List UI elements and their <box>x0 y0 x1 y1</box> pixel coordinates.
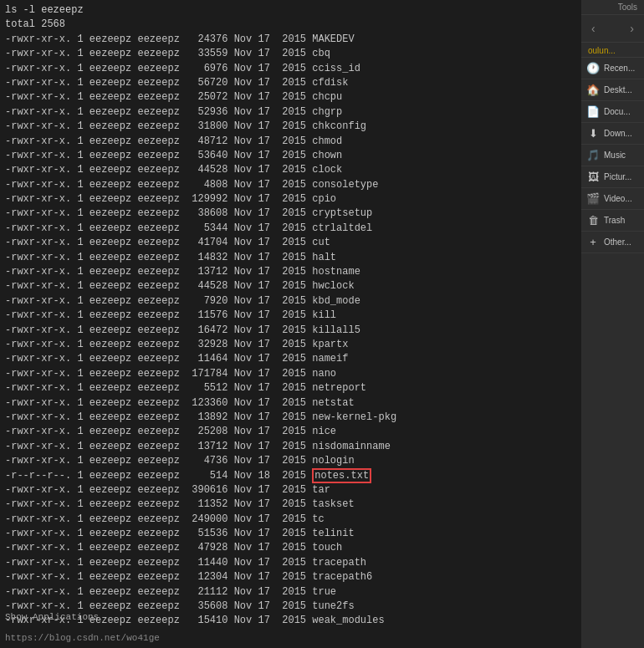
sidebar-item-label: Music <box>604 151 626 160</box>
nav-forward-button[interactable]: › <box>626 20 637 37</box>
sidebar-item-icon: 🖼 <box>586 171 600 183</box>
sidebar-item-5[interactable]: 🖼Pictur... <box>581 166 644 188</box>
sidebar-item-0[interactable]: 🕐Recen... <box>581 58 644 79</box>
sidebar-item-8[interactable]: +Other... <box>581 232 644 253</box>
terminal-panel: ls -l eezeepz total 2568 -rwxr-xr-x. 1 e… <box>0 0 581 648</box>
sidebar-item-7[interactable]: 🗑Trash <box>581 210 644 232</box>
sidebar-item-3[interactable]: ⬇Down... <box>581 123 644 145</box>
sidebar-item-label: Recen... <box>604 64 635 73</box>
sidebar-item-1[interactable]: 🏠Deskt... <box>581 79 644 101</box>
terminal-content: ls -l eezeepz total 2568 -rwxr-xr-x. 1 e… <box>5 3 576 629</box>
sidebar-item-icon: ⬇ <box>586 127 600 140</box>
sidebar-item-icon: 📄 <box>586 105 600 118</box>
sidebar-item-icon: + <box>586 236 600 248</box>
sidebar-item-label: Other... <box>604 237 631 247</box>
sidebar-item-icon: 🕐 <box>586 62 600 74</box>
bottom-url: https://blog.csdn.net/wo41ge <box>5 632 160 645</box>
sidebar-item-icon: 🏠 <box>586 84 600 96</box>
sidebar-item-icon: 🎵 <box>586 149 600 161</box>
tools-label: Tools <box>581 0 644 15</box>
sidebar-items: 🕐Recen...🏠Deskt...📄Docu...⬇Down...🎵Music… <box>581 58 644 253</box>
show-applications-button[interactable]: Show Applications <box>5 611 99 625</box>
sidebar-item-2[interactable]: 📄Docu... <box>581 101 644 123</box>
bottom-bar: https://blog.csdn.net/wo41ge <box>0 630 581 648</box>
sidebar-item-icon: 🗑 <box>586 214 600 227</box>
sidebar-item-label: Video... <box>604 194 632 203</box>
sidebar-item-4[interactable]: 🎵Music <box>581 145 644 166</box>
sidebar-section: oulun... <box>581 43 644 58</box>
sidebar-nav: ‹ › <box>581 15 644 43</box>
sidebar-item-label: Down... <box>604 129 632 138</box>
sidebar-item-6[interactable]: 🎬Video... <box>581 188 644 210</box>
sidebar-item-icon: 🎬 <box>586 192 600 205</box>
nav-back-button[interactable]: ‹ <box>588 20 599 37</box>
sidebar-item-label: Docu... <box>604 107 631 116</box>
sidebar-item-label: Deskt... <box>604 85 632 94</box>
sidebar: Tools ‹ › oulun... 🕐Recen...🏠Deskt...📄Do… <box>581 0 644 648</box>
sidebar-item-label: Pictur... <box>604 172 631 181</box>
sidebar-item-label: Trash <box>604 216 625 225</box>
